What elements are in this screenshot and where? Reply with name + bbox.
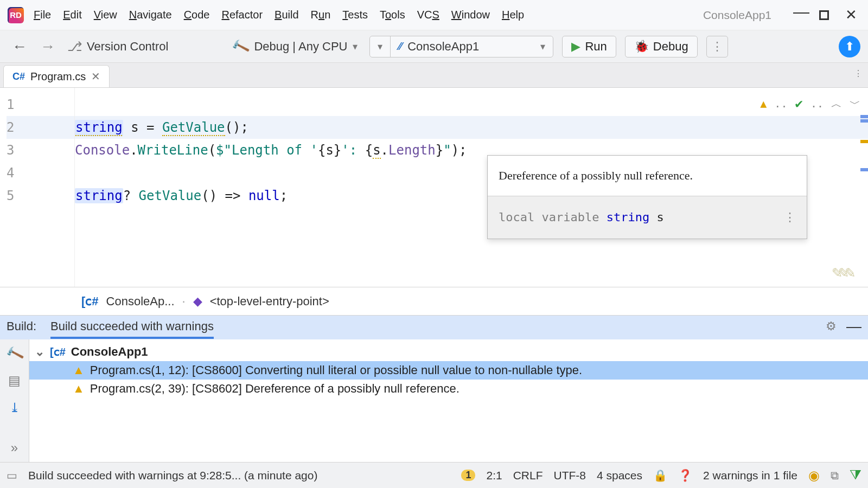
warning-icon: ▲ [760,92,767,115]
code-text: (); [225,120,248,135]
string: $"Length of ' [216,143,318,158]
highlight-level-icon[interactable]: ◉ [808,468,820,483]
line-number: 5 [7,184,74,207]
vcs-label: Version Control [87,40,168,54]
code-text: ? [123,188,139,203]
window-close-button[interactable]: ✕ [840,4,860,25]
sig-name: s [656,206,663,229]
menu-edit[interactable]: Edit [63,9,81,21]
build-side-toolbar: 🔨 ▤ ⤓ » [0,339,29,462]
menu-file[interactable]: File [34,9,51,21]
stripe-mark[interactable] [860,168,868,171]
run-target-dropdown-button[interactable]: ▾ [370,36,390,57]
build-messages-tree[interactable]: ⌄ [ᴄ# ConsoleApp1 ▲ Program.cs(1, 12): [… [29,339,868,462]
build-warning-row[interactable]: ▲ Program.cs(1, 12): [CS8600] Converting… [29,361,868,380]
prev-highlight-button[interactable]: ︿ [831,92,842,115]
breadcrumb: [ᴄ# ConsoleAp... · ◆ <top-level-entry-po… [0,287,868,316]
tool-window-toggle-icon[interactable]: ▭ [7,469,17,482]
identifier: s [373,143,380,159]
sig-kind: local variable [499,206,599,229]
run-button[interactable]: ▶ Run [562,36,616,57]
build-config-selector[interactable]: 🔨 Debug | Any CPU ▾ [232,39,358,54]
menu-tests[interactable]: Tests [342,9,368,21]
warnings-summary[interactable]: 2 warnings in 1 file [703,469,797,482]
stripe-mark[interactable] [860,115,868,118]
update-available-button[interactable]: ⬆ [839,36,860,57]
layout-icon[interactable]: ▤ [8,373,21,388]
hover-message: Dereference of a possibly null reference… [488,156,807,196]
nav-forward-button[interactable]: → [36,38,60,55]
debug-button[interactable]: 🐞 Debug [625,36,698,57]
line-number: 3 [7,139,74,162]
download-icon[interactable]: ⤓ [9,400,20,415]
memory-indicator-icon[interactable]: ⧉ [831,469,839,482]
code-text: ; [280,188,288,203]
build-root-node[interactable]: ⌄ [ᴄ# ConsoleApp1 [29,343,868,361]
stripe-mark[interactable] [860,119,868,123]
menu-help[interactable]: Help [502,9,524,21]
next-highlight-button[interactable]: ﹀ [850,92,860,115]
code-editor[interactable]: 1 2 3 4 5 string s = GetValue(); Console… [0,88,868,287]
hover-more-button[interactable]: ⋮ [784,206,796,229]
inspection-profile-icon[interactable]: ❓ [678,469,692,482]
code-text: . [130,143,137,158]
csharp-icon: ⁄⁄ [398,40,402,53]
run-target[interactable]: ⁄⁄ ConsoleApp1 ▾ [390,36,553,57]
menu-view[interactable]: View [94,9,117,21]
code-text: ( [208,143,216,158]
window-maximize-button[interactable] [819,10,829,20]
expand-icon[interactable]: » [11,440,18,455]
pencils-icon[interactable]: ✎✎✎ [832,261,852,284]
window-minimize-button[interactable]: — [788,1,808,23]
notifications-badge[interactable]: 1 [461,470,475,481]
main-menu: File Edit View Navigate Code Refactor Bu… [34,9,524,21]
debug-label: Debug [653,40,688,54]
package-icon: ◆ [193,294,202,309]
ellipsis: .. [774,92,787,115]
menu-refactor[interactable]: Refactor [221,9,263,21]
breadcrumb-project[interactable]: ConsoleAp... [106,294,175,309]
line-number: 2 [7,116,74,139]
hammer-icon[interactable]: 🔨 [4,344,25,364]
more-actions-button[interactable]: ⋮ [706,36,728,57]
breadcrumb-entry[interactable]: <top-level-entry-point> [210,294,329,309]
indent-setting[interactable]: 4 spaces [597,469,642,482]
editor-tab-bar: C# Program.cs ✕ ⋮ [0,63,868,88]
menu-tools[interactable]: Tools [380,9,405,21]
menu-navigate[interactable]: Navigate [129,9,172,21]
code-area[interactable]: string s = GetValue(); Console.WriteLine… [75,88,868,287]
hover-signature: local variable string s ⋮ [488,196,807,239]
readonly-lock-icon[interactable]: 🔒 [653,469,667,482]
tab-program-cs[interactable]: C# Program.cs ✕ [3,65,110,87]
caret-position[interactable]: 2:1 [486,469,502,482]
tab-bar-more-button[interactable]: ⋮ [854,68,863,79]
build-status-tab[interactable]: Build succeeded with warnings [50,319,214,339]
menu-window[interactable]: Window [451,9,490,21]
build-minimize-button[interactable]: — [846,318,861,335]
csharp-project-icon: [ᴄ# [81,294,99,309]
line-gutter: 1 2 3 4 5 [0,88,75,287]
inspection-widget[interactable]: ▲.. ✔.. ︿ ﹀ [760,92,860,115]
menu-build[interactable]: Build [275,9,298,21]
tab-close-button[interactable]: ✕ [91,70,100,83]
status-ok-icon[interactable]: ⧩ [850,467,861,484]
menu-run[interactable]: Run [311,9,331,21]
error-stripe[interactable] [860,88,868,287]
build-settings-button[interactable]: ⚙ [826,319,837,333]
branch-icon: ⎇ [67,39,82,54]
vcs-widget[interactable]: ⎇ Version Control [67,39,168,54]
line-separator[interactable]: CRLF [513,469,543,482]
run-target-combo: ▾ ⁄⁄ ConsoleApp1 ▾ [369,36,553,57]
nav-back-button[interactable]: ← [8,38,31,55]
file-encoding[interactable]: UTF-8 [554,469,586,482]
menu-vcs[interactable]: VCS [417,9,439,21]
menu-code[interactable]: Code [184,9,210,21]
stripe-mark[interactable] [860,140,868,143]
build-root-label: ConsoleApp1 [71,345,148,359]
build-panel: 🔨 ▤ ⤓ » ⌄ [ᴄ# ConsoleApp1 ▲ Program.cs(1… [0,339,868,462]
line-number: 4 [7,162,74,184]
ellipsis: .. [810,92,824,115]
build-warning-row[interactable]: ▲ Program.cs(2, 39): [CS8602] Dereferenc… [29,380,868,398]
hammer-icon: 🔨 [231,36,251,56]
chevron-down-icon: ▾ [353,41,358,53]
